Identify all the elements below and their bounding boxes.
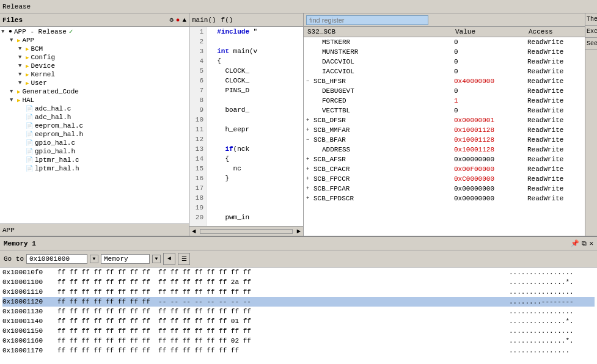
far-right-btn-2[interactable]: Exc xyxy=(585,26,597,38)
reg-row[interactable]: DACCVIOL 0 ReadWrite xyxy=(304,57,585,67)
reg-access: ReadWrite xyxy=(527,38,582,46)
reg-expand-icon[interactable]: + xyxy=(306,156,313,162)
reg-row[interactable]: VECTTBL 0 ReadWrite xyxy=(304,106,585,115)
tree-item[interactable]: ▼ ● APP - Release ✓ xyxy=(0,27,189,36)
code-line: nc xyxy=(209,164,301,173)
mem-address: 0x10001140 xyxy=(2,316,57,326)
reg-row[interactable]: + SCB_FPCAR 0x00000000 ReadWrite xyxy=(304,184,585,194)
tree-item-label: Kernel xyxy=(31,71,55,78)
reg-row[interactable]: MSTKERR 0 ReadWrite xyxy=(304,37,585,47)
code-line xyxy=(209,115,301,125)
far-right-btn-3[interactable]: See xyxy=(585,38,597,50)
tree-item[interactable]: ▼ ▶ APP xyxy=(0,36,189,45)
tree-item[interactable]: ▼ ▶ HAL xyxy=(0,96,189,104)
tree-item-label: adc_hal.c xyxy=(35,105,71,112)
reg-expand-icon[interactable]: + xyxy=(306,166,313,172)
gear-icon[interactable]: ⚙ xyxy=(169,16,174,24)
reg-row[interactable]: − SCB_HFSR 0x40000000 ReadWrite xyxy=(304,76,585,86)
reg-expand-icon[interactable]: + xyxy=(306,176,313,182)
expand-icon[interactable]: ▼ xyxy=(18,54,26,60)
expand-icon[interactable]: ▼ xyxy=(10,97,17,103)
line-number: 20 xyxy=(192,213,203,222)
memory-address-input[interactable] xyxy=(26,254,87,264)
scroll-up-icon[interactable]: ▲ xyxy=(182,16,186,24)
tree-item[interactable]: 📄 eeprom_hal.c xyxy=(0,122,189,130)
tree-item[interactable]: 📄 adc_hal.h xyxy=(0,113,189,122)
tree-item[interactable]: 📄 lptmr_hal.c xyxy=(0,156,189,164)
tree-item[interactable]: 📄 adc_hal.c xyxy=(0,104,189,113)
expand-icon[interactable]: ▼ xyxy=(18,63,26,69)
reg-row[interactable]: ADDRESS 0x10001128 ReadWrite xyxy=(304,145,585,155)
code-line xyxy=(209,37,301,46)
tree-item-label: Config xyxy=(31,54,55,61)
memory-next-btn[interactable]: ☰ xyxy=(178,253,190,265)
memory-row: 0x10001120 ff ff ff ff ff ff ff ff -- --… xyxy=(2,297,595,307)
tree-item[interactable]: 📄 lptmr_hal.h xyxy=(0,164,189,173)
addr-dropdown-btn[interactable]: ▼ xyxy=(90,255,98,263)
code-line xyxy=(209,203,301,213)
reg-expand-icon[interactable]: + xyxy=(306,195,313,202)
footer-text: APP xyxy=(2,227,15,234)
expand-icon[interactable]: ▼ xyxy=(1,29,9,35)
reg-expand-icon[interactable]: + xyxy=(306,127,313,133)
memory-float-icon[interactable]: ⧉ xyxy=(582,240,587,247)
scroll-left-icon[interactable]: ◄ xyxy=(189,228,199,235)
memory-content[interactable]: 0x100010f0 ff ff ff ff ff ff ff ff ff ff… xyxy=(0,268,597,364)
reg-row[interactable]: + SCB_CPACR 0x00F00000 ReadWrite xyxy=(304,164,585,174)
tree-item[interactable]: ▼ ▶ Kernel xyxy=(0,70,189,79)
reg-row[interactable]: + SCB_DFSR 0x00000001 ReadWrite xyxy=(304,115,585,125)
mem-address: 0x10001130 xyxy=(2,307,57,316)
reg-content[interactable]: MSTKERR 0 ReadWrite MUNSTKERR 0 ReadWrit… xyxy=(304,37,585,236)
reg-row[interactable]: IACCVIOL 0 ReadWrite xyxy=(304,67,585,76)
reg-expand-icon[interactable]: − xyxy=(306,137,313,143)
reg-row[interactable]: DEBUGEVT 0 ReadWrite xyxy=(304,86,585,96)
tree-item-label: APP - Release xyxy=(14,28,67,35)
memory-prev-btn[interactable]: ◄ xyxy=(163,253,175,265)
memory-type-input[interactable] xyxy=(101,254,150,264)
reg-expand-icon[interactable]: − xyxy=(306,78,313,84)
tree-item-label: Generated_Code xyxy=(22,88,78,95)
expand-icon[interactable]: ▼ xyxy=(18,46,26,52)
reg-expand-icon[interactable]: + xyxy=(306,186,313,192)
reg-row[interactable]: + SCB_FPDSCR 0x00000000 ReadWrite xyxy=(304,194,585,203)
tree-item[interactable]: 📄 eeprom_hal.h xyxy=(0,130,189,139)
memory-section: Memory 1 📌 ⧉ ✕ Go to ▼ ▼ ◄ ☰ 0x100010f0 … xyxy=(0,236,597,364)
register-search-input[interactable] xyxy=(306,15,428,25)
reg-row[interactable]: FORCED 1 ReadWrite xyxy=(304,96,585,106)
reg-access: ReadWrite xyxy=(527,166,582,173)
tree-item[interactable]: ▼ ▶ BCM xyxy=(0,45,189,53)
memory-pin-icon[interactable]: 📌 xyxy=(571,239,579,247)
tree-item-label: eeprom_hal.c xyxy=(35,122,83,129)
code-tab-f[interactable]: f() xyxy=(221,16,233,24)
reg-row[interactable]: − SCB_BFAR 0x10001128 ReadWrite xyxy=(304,135,585,145)
tree-item-label: lptmr_hal.c xyxy=(35,156,79,164)
code-tab-main[interactable]: main() xyxy=(192,16,216,24)
memory-close-icon[interactable]: ✕ xyxy=(589,239,593,247)
type-dropdown-btn[interactable]: ▼ xyxy=(152,255,161,263)
reg-row[interactable]: + SCB_AFSR 0x00000000 ReadWrite xyxy=(304,155,585,164)
far-right-btn-1[interactable]: The xyxy=(585,13,597,26)
code-scrollbar[interactable]: ◄ ► xyxy=(189,226,303,236)
reg-access: ReadWrite xyxy=(527,146,582,153)
tree-item[interactable]: ▼ ▶ Device xyxy=(0,62,189,70)
code-lines: #include " int main(v { CLOCK_ CLOCK_ PI… xyxy=(207,27,303,226)
tree-item[interactable]: ▼ ▶ Config xyxy=(0,53,189,62)
mem-address: 0x10001160 xyxy=(2,336,57,346)
reg-row[interactable]: + SCB_MMFAR 0x10001128 ReadWrite xyxy=(304,125,585,135)
expand-icon[interactable]: ▼ xyxy=(18,80,26,86)
tree-item[interactable]: ▼ ▶ User xyxy=(0,79,189,87)
reg-row[interactable]: MUNSTKERR 0 ReadWrite xyxy=(304,47,585,57)
reg-row[interactable]: + SCB_FPCCR 0xC0000000 ReadWrite xyxy=(304,174,585,184)
reg-expand-icon[interactable]: + xyxy=(306,117,313,123)
expand-icon[interactable]: ▼ xyxy=(10,89,17,95)
expand-icon[interactable]: ▼ xyxy=(18,71,26,78)
tree-item[interactable]: 📄 gpio_hal.c xyxy=(0,139,189,147)
scroll-right-icon[interactable]: ► xyxy=(294,228,303,235)
code-line xyxy=(209,193,301,203)
reg-name: SCB_DFSR xyxy=(313,117,454,124)
tree-item[interactable]: 📄 gpio_hal.h xyxy=(0,147,189,156)
expand-icon[interactable]: ▼ xyxy=(10,37,17,43)
tree-item[interactable]: ▼ ▶ Generated_Code xyxy=(0,87,189,96)
memory-row: 0x10001140 ff ff ff ff ff ff ff ff ff ff… xyxy=(2,316,595,326)
mem-address: 0x10001170 xyxy=(2,346,57,355)
